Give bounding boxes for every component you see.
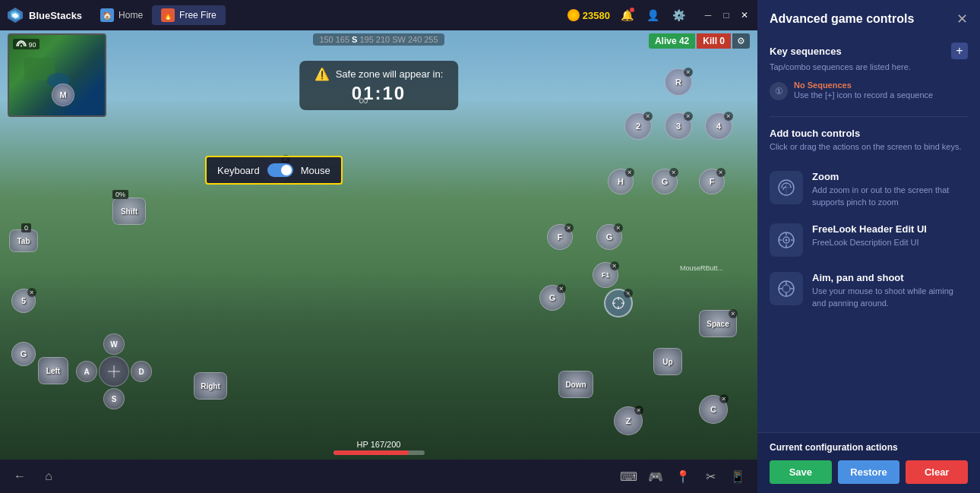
warning-icon: ⚠️ — [315, 67, 330, 81]
f1-button[interactable]: F1× — [593, 262, 618, 288]
mouse-label: Mouse — [301, 165, 330, 176]
r-button[interactable]: R× — [665, 68, 692, 96]
tab-number: 0 — [21, 223, 31, 232]
notification-dot — [630, 8, 634, 12]
no-sequences: ① No Sequences Use the [+] icon to recor… — [770, 76, 968, 106]
aim-icon — [770, 272, 803, 305]
aim-content: Aim, pan and shoot Use your mouse to sho… — [812, 272, 968, 309]
g-button-1[interactable]: G× — [652, 169, 678, 194]
shift-button[interactable]: Shift — [112, 198, 146, 225]
svg-point-22 — [782, 285, 790, 292]
add-touch-desc: Click or drag the actions on the screen … — [770, 142, 968, 151]
save-button[interactable]: Save — [770, 460, 832, 484]
clear-button[interactable]: Clear — [906, 460, 968, 484]
notification-button[interactable]: 🔔 — [618, 6, 636, 24]
game-hud: 150 165 S 195 210 SW 240 255 — [0, 33, 757, 46]
d-key[interactable]: D — [131, 361, 152, 382]
maximize-button[interactable]: □ — [719, 8, 733, 22]
mobile-button[interactable]: 📱 — [727, 466, 748, 487]
panel-header: Advanced game controls ✕ — [757, 0, 980, 35]
g-button-2[interactable]: G× — [596, 224, 622, 250]
3-button[interactable]: 3× — [665, 112, 692, 140]
keyboard-button[interactable]: ⌨ — [618, 466, 639, 487]
add-sequence-button[interactable]: + — [951, 43, 968, 59]
bottom-bar: ← ⌂ ⌨ 🎮 📍 ✂ 📱 — [0, 460, 757, 493]
key-sequences-desc: Tap/combo sequences are listed here. — [770, 62, 968, 71]
gamepad-button[interactable]: 🎮 — [645, 466, 666, 487]
top-bar-right: 23580 🔔 👤 ⚙️ ─ □ ✕ — [567, 6, 751, 24]
home-button[interactable]: ⌂ — [38, 466, 59, 487]
freelook-card[interactable]: FreeLook Header Edit UI FreeLook Descrip… — [757, 216, 980, 264]
back-button[interactable]: ← — [9, 466, 30, 487]
top-bar: BlueStacks 🏠 Home 🔥 Free Fire 23580 🔔 👤 … — [0, 0, 757, 30]
wasd-center — [99, 356, 129, 387]
settings-button[interactable]: ⚙️ — [669, 6, 688, 24]
add-touch-title: Add touch controls — [770, 128, 968, 139]
s-key[interactable]: S — [103, 388, 125, 409]
toggle-switch[interactable] — [267, 163, 293, 177]
actions-title: Current configuration actions — [770, 442, 968, 453]
g-button-3[interactable]: G× — [539, 285, 565, 311]
up-button[interactable]: Up — [653, 348, 682, 375]
kill-display: Kill 0 — [697, 33, 731, 49]
zoom-icon — [770, 171, 803, 204]
a-key[interactable]: A — [76, 361, 97, 382]
panel-close-button[interactable]: ✕ — [956, 11, 968, 27]
left-button[interactable]: Left — [38, 357, 68, 384]
window-controls: ─ □ ✕ — [701, 8, 751, 22]
game-settings-button[interactable]: ⚙ — [732, 33, 750, 49]
space-button[interactable]: Space× — [699, 310, 737, 337]
wasd-pad[interactable]: W A S D — [76, 333, 152, 409]
coin-icon — [567, 9, 580, 21]
hp-fill — [334, 450, 409, 455]
coins-display: 23580 — [567, 9, 610, 21]
w-key[interactable]: W — [103, 333, 125, 355]
game-tab[interactable]: 🔥 Free Fire — [152, 5, 226, 25]
f-button-1[interactable]: F× — [699, 169, 725, 194]
aim-card[interactable]: Aim, pan and shoot Use your mouse to sho… — [757, 264, 980, 317]
minimize-button[interactable]: ─ — [701, 8, 715, 22]
keyboard-mouse-toggle[interactable]: Keyboard Mouse — [205, 156, 343, 185]
down-button[interactable]: Down — [558, 371, 593, 398]
tab-button[interactable]: Tab — [9, 229, 38, 252]
zoom-content: Zoom Add zoom in or out to the screen th… — [812, 171, 968, 208]
home-tab[interactable]: 🏠 Home — [91, 5, 152, 25]
bluestacks-logo: BlueStacks — [6, 6, 82, 24]
location-button[interactable]: 📍 — [672, 466, 694, 487]
compass: 150 165 S 195 210 SW 240 255 — [313, 33, 444, 46]
h-button[interactable]: H× — [608, 169, 634, 194]
f-button-2[interactable]: F× — [547, 224, 573, 250]
m-button[interactable]: M — [52, 84, 74, 106]
game-icon: 🔥 — [161, 8, 175, 22]
restore-button[interactable]: Restore — [838, 460, 900, 484]
game-area: BlueStacks 🏠 Home 🔥 Free Fire 23580 🔔 👤 … — [0, 0, 757, 493]
alive-kill-bar: Alive 42 Kill 0 ⚙ — [649, 33, 750, 49]
right-button[interactable]: Right — [194, 372, 227, 400]
5-button[interactable]: 5× — [11, 289, 36, 313]
close-button[interactable]: ✕ — [738, 8, 751, 22]
scissors-button[interactable]: ✂ — [700, 466, 721, 487]
bluestacks-icon — [6, 6, 24, 24]
hp-bar-area: HP 167/200 — [334, 440, 425, 455]
home-icon: 🏠 — [100, 8, 114, 22]
panel-title: Advanced game controls — [770, 12, 914, 26]
sequence-icon: ① — [770, 82, 788, 100]
warning-banner: ⚠️ Safe zone will appear in: 01:10 — [299, 61, 459, 110]
key-sequences-title: Key sequences + — [770, 43, 968, 59]
crosshair-button[interactable]: × — [604, 289, 633, 318]
4-button[interactable]: 4× — [705, 112, 732, 140]
shift-percent: 0% — [112, 190, 128, 199]
z-button[interactable]: Z× — [614, 406, 643, 435]
action-buttons: Save Restore Clear — [770, 460, 968, 484]
c-button[interactable]: C× — [699, 395, 728, 424]
avatar-button[interactable]: 👤 — [643, 6, 662, 24]
divider-1 — [770, 116, 968, 117]
g-button-left[interactable]: G — [11, 342, 36, 366]
mouse-r-label: MouseRButt... — [680, 264, 723, 272]
toggle-thumb — [281, 165, 292, 175]
infinity-icon: ∞ — [359, 93, 368, 109]
bottom-actions: Current configuration actions Save Resto… — [757, 432, 980, 493]
zoom-card[interactable]: Zoom Add zoom in or out to the screen th… — [757, 163, 980, 216]
svg-point-16 — [786, 239, 788, 242]
2-button[interactable]: 2× — [624, 112, 652, 140]
